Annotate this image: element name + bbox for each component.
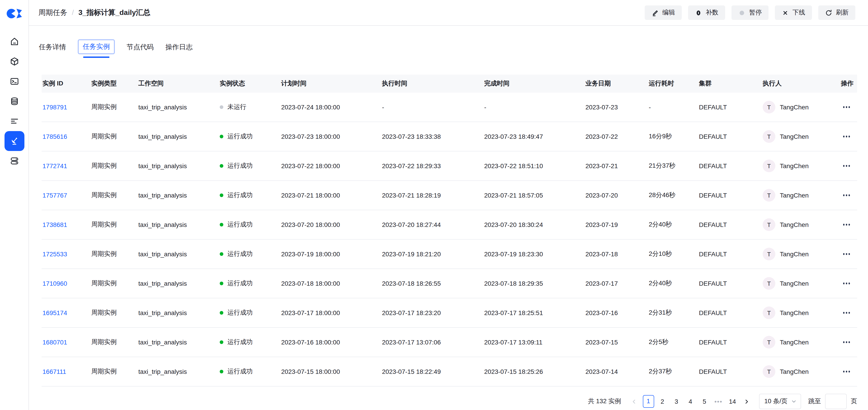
- finish-time-cell: 2023-07-17 13:09:11: [483, 339, 585, 346]
- row-more-actions-button[interactable]: [842, 162, 851, 169]
- owner-cell: T TangChen: [762, 336, 829, 349]
- task-action-buttons: 编辑 补数 暂停 下线 刷新: [645, 5, 855, 20]
- backfill-button-label: 补数: [706, 8, 718, 17]
- prev-page-button[interactable]: [628, 395, 640, 408]
- owner-cell: T TangChen: [762, 218, 829, 231]
- instance-id-link[interactable]: 1680701: [42, 339, 67, 346]
- pause-button[interactable]: 暂停: [732, 5, 769, 20]
- business-date-cell: 2023-07-18: [585, 250, 648, 258]
- planned-time-cell: 2023-07-22 18:00:00: [280, 162, 381, 169]
- workspace-cell: taxi_trip_analysis: [137, 221, 219, 228]
- next-page-button[interactable]: [741, 395, 752, 408]
- finish-time-cell: -: [483, 103, 585, 111]
- instance-id-link[interactable]: 1798791: [42, 103, 67, 111]
- status-dot-icon: [220, 193, 223, 197]
- row-more-actions-button[interactable]: [842, 192, 851, 199]
- offline-button[interactable]: 下线: [775, 5, 812, 20]
- instance-id-link[interactable]: 1725533: [42, 250, 67, 258]
- page-button-1[interactable]: 1: [643, 395, 654, 408]
- row-more-actions-button[interactable]: [842, 309, 851, 316]
- table-row: 1798791 周期实例 taxi_trip_analysis 未运行 2023…: [41, 93, 857, 122]
- tab-task-instances[interactable]: 任务实例: [78, 39, 115, 58]
- sidebar-item-ops-center[interactable]: [4, 131, 24, 151]
- terminal-icon: [9, 76, 19, 86]
- status-dot-icon: [220, 164, 223, 168]
- sidebar-item-instances[interactable]: [4, 151, 24, 171]
- row-more-actions-button[interactable]: [842, 368, 851, 375]
- col-header-owner: 执行人: [762, 80, 829, 88]
- instance-id-link[interactable]: 1667111: [42, 368, 66, 375]
- x-icon: [782, 9, 789, 16]
- sidebar-item-home[interactable]: [4, 32, 24, 52]
- page-button-14[interactable]: 14: [727, 395, 738, 408]
- instance-id-link[interactable]: 1695174: [42, 309, 67, 316]
- home-icon: [9, 37, 19, 46]
- jump-page-input[interactable]: [825, 394, 847, 409]
- page-button-4[interactable]: 4: [685, 395, 696, 408]
- tab-task-details-label: 任务详情: [39, 43, 66, 51]
- status-dot-icon: [220, 135, 223, 138]
- row-more-actions-button[interactable]: [842, 104, 851, 111]
- breadcrumb-separator: /: [72, 8, 74, 17]
- row-more-actions-button[interactable]: [842, 280, 851, 287]
- instance-id-link[interactable]: 1785616: [42, 133, 67, 140]
- finish-time-cell: 2023-07-22 18:51:10: [483, 162, 585, 169]
- edit-button[interactable]: 编辑: [645, 5, 682, 20]
- sidebar-item-task-list[interactable]: [4, 111, 24, 131]
- tab-node-code[interactable]: 节点代码: [127, 39, 154, 52]
- table-header-row: 实例 ID 实例类型 工作空间 实例状态 计划时间 执行时间 完成时间 业务日期…: [41, 74, 857, 93]
- row-more-actions-button[interactable]: [842, 251, 851, 258]
- instance-id-link[interactable]: 1710960: [42, 280, 67, 287]
- tab-node-code-label: 节点代码: [127, 43, 154, 51]
- col-header-instance-type: 实例类型: [90, 80, 137, 88]
- pagination-bar: 共 132 实例 1 2 3 4 5 ••• 14 10 条/页 跳至 页: [29, 394, 857, 409]
- avatar: T: [763, 160, 775, 172]
- row-more-actions-button[interactable]: [842, 133, 851, 140]
- page-button-2[interactable]: 2: [657, 395, 668, 408]
- exec-time-cell: 2023-07-18 18:26:55: [381, 280, 483, 287]
- refresh-button[interactable]: 刷新: [818, 5, 855, 20]
- page-size-select[interactable]: 10 条/页: [759, 394, 801, 409]
- business-date-cell: 2023-07-22: [585, 133, 648, 140]
- business-date-cell: 2023-07-20: [585, 192, 648, 199]
- avatar: T: [763, 130, 775, 143]
- active-tab-underline: [83, 57, 110, 58]
- row-more-actions-button[interactable]: [842, 339, 851, 346]
- cluster-cell: DEFAULT: [698, 192, 762, 199]
- page-button-5[interactable]: 5: [699, 395, 710, 408]
- instance-status-cell: 未运行: [219, 103, 280, 111]
- app-logo[interactable]: [0, 0, 29, 27]
- business-date-cell: 2023-07-14: [585, 368, 648, 375]
- row-more-actions-button[interactable]: [842, 221, 851, 228]
- duration-cell: 28分46秒: [648, 191, 698, 199]
- status-label: 运行成功: [227, 309, 253, 317]
- page-button-3[interactable]: 3: [671, 395, 682, 408]
- instance-id-link[interactable]: 1757767: [42, 192, 67, 199]
- table-body: 1798791 周期实例 taxi_trip_analysis 未运行 2023…: [41, 93, 857, 386]
- exec-time-cell: 2023-07-20 18:27:44: [381, 221, 483, 228]
- chevron-right-icon: [744, 399, 749, 404]
- instance-id-link[interactable]: 1772741: [42, 162, 67, 169]
- sidebar-item-data[interactable]: [4, 91, 24, 111]
- sidebar-item-resources[interactable]: [4, 52, 24, 71]
- business-date-cell: 2023-07-23: [585, 103, 648, 111]
- col-header-operations: 操作: [829, 80, 857, 88]
- planned-time-cell: 2023-07-20 18:00:00: [280, 221, 381, 228]
- avatar: T: [763, 277, 775, 290]
- sidebar-item-dev-console[interactable]: [4, 71, 24, 91]
- breadcrumb-task-type[interactable]: 周期任务: [38, 8, 67, 18]
- workspace-cell: taxi_trip_analysis: [137, 162, 219, 169]
- instance-id-link[interactable]: 1738681: [42, 221, 67, 228]
- table-row: 1710960 周期实例 taxi_trip_analysis 运行成功 202…: [41, 269, 857, 298]
- tab-task-details[interactable]: 任务详情: [39, 39, 66, 52]
- finish-time-cell: 2023-07-15 18:25:26: [483, 368, 585, 375]
- page-ellipsis[interactable]: •••: [713, 395, 724, 408]
- col-header-cluster: 集群: [698, 80, 762, 88]
- planned-time-cell: 2023-07-17 18:00:00: [280, 309, 381, 316]
- cluster-cell: DEFAULT: [698, 339, 762, 346]
- tab-operation-log[interactable]: 操作日志: [165, 39, 193, 52]
- finish-time-cell: 2023-07-18 18:29:35: [483, 280, 585, 287]
- owner-cell: T TangChen: [762, 365, 829, 378]
- backfill-icon: [695, 9, 702, 16]
- backfill-button[interactable]: 补数: [688, 5, 725, 20]
